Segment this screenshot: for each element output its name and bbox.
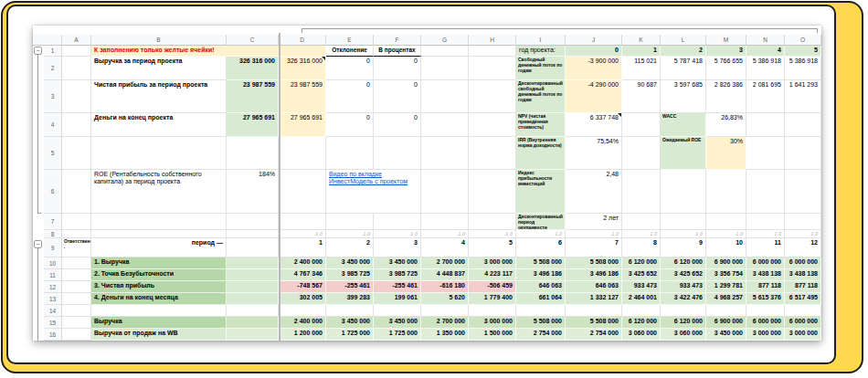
cell-C2[interactable]: 326 316 000: [227, 57, 279, 80]
cell-B9[interactable]: период —: [91, 238, 227, 257]
cell-J15[interactable]: 5 508 000: [566, 317, 622, 329]
cell-A13[interactable]: [62, 293, 91, 305]
cell-N8[interactable]: 1,0: [746, 230, 785, 238]
row-header-8[interactable]: 8: [44, 230, 62, 238]
cell-I16[interactable]: 2 754 000: [516, 329, 566, 341]
cell-L16[interactable]: 3 060 000: [661, 329, 706, 341]
cell-B14[interactable]: [91, 305, 227, 317]
cell-G3[interactable]: [421, 80, 469, 113]
cell-J4[interactable]: 6 337 748: [566, 113, 622, 137]
cell-H4[interactable]: [469, 113, 516, 137]
cell-M12[interactable]: 1 299 781: [706, 281, 746, 293]
cell-I15[interactable]: 5 508 000: [516, 317, 566, 329]
cell-K16[interactable]: 3 060 000: [622, 329, 661, 341]
cell-M4[interactable]: 26,83%: [706, 113, 746, 137]
cell-N16[interactable]: 3 000 000: [746, 329, 785, 341]
cell-F13[interactable]: 199 061: [374, 293, 421, 305]
cell-C15[interactable]: [227, 317, 279, 329]
cell-I8[interactable]: 1,0: [516, 230, 566, 238]
cell-C8[interactable]: [227, 230, 279, 238]
cell-H9[interactable]: 5: [469, 238, 516, 257]
cell-L10[interactable]: 6 120 000: [661, 257, 706, 269]
cell-L14[interactable]: [661, 305, 706, 317]
cell-I13[interactable]: 661 064: [516, 293, 566, 305]
cell-B1[interactable]: К заполнению только желтые ячейки!: [91, 46, 326, 57]
cell-H5[interactable]: [469, 137, 516, 170]
cell-E4[interactable]: 0: [326, 113, 374, 137]
cell-E2[interactable]: 0: [326, 57, 374, 80]
cell-E10[interactable]: 3 450 000: [326, 257, 374, 269]
cell-L15[interactable]: 6 120 000: [661, 317, 706, 329]
col-header-E[interactable]: E: [326, 35, 374, 46]
cell-M9[interactable]: 10: [706, 238, 746, 257]
cell-D11[interactable]: 4 767 346: [279, 269, 326, 281]
cell-D13[interactable]: 302 005: [279, 293, 326, 305]
cell-O1[interactable]: 5: [785, 46, 821, 57]
cell-M2[interactable]: 5 766 655: [706, 57, 746, 80]
row-header-16[interactable]: 16: [44, 329, 62, 341]
cell-G10[interactable]: 2 700 000: [421, 257, 469, 269]
cell-M14[interactable]: [706, 305, 746, 317]
cell-A14[interactable]: [62, 305, 91, 317]
cell-A15[interactable]: [62, 317, 91, 329]
row-header-14[interactable]: 14: [44, 305, 62, 317]
cell-N7[interactable]: [746, 214, 785, 230]
cell-O3[interactable]: 1 641 293: [785, 80, 821, 113]
cell-C16[interactable]: [227, 329, 279, 341]
cell-I4[interactable]: NPV (чистая приведённая стоимость): [516, 113, 566, 137]
cell-O5[interactable]: [785, 137, 821, 170]
cell-L13[interactable]: 3 422 476: [661, 293, 706, 305]
cell-J16[interactable]: 2 754 000: [566, 329, 622, 341]
cell-C13[interactable]: [227, 293, 279, 305]
cell-D15[interactable]: 2 400 000: [279, 317, 326, 329]
cell-L1[interactable]: 2: [661, 46, 706, 57]
cell-A11[interactable]: [62, 269, 91, 281]
cell-B10[interactable]: 1. Выручка: [91, 257, 227, 269]
col-header-A[interactable]: A: [62, 35, 91, 46]
cell-O7[interactable]: [785, 214, 821, 230]
col-header-D[interactable]: D: [279, 35, 326, 46]
cell-B15[interactable]: Выручка: [91, 317, 227, 329]
cell-M5[interactable]: 30%: [706, 137, 746, 170]
cell-I3[interactable]: Дисконтированный свободный денежный пото…: [516, 80, 566, 113]
cell-N1[interactable]: 4: [746, 46, 785, 57]
cell-J6[interactable]: 2,48: [566, 170, 622, 214]
row-header-7[interactable]: 7: [44, 214, 62, 230]
cell-N2[interactable]: 5 386 918: [746, 57, 785, 80]
cell-J8[interactable]: 1,0: [566, 230, 622, 238]
cell-A9[interactable]: Ответственный .: [62, 238, 91, 257]
cell-F11[interactable]: 3 985 725: [374, 269, 421, 281]
cell-H11[interactable]: 4 223 117: [469, 269, 516, 281]
col-header-F[interactable]: F: [374, 35, 421, 46]
cell-A16[interactable]: [62, 329, 91, 341]
cell-D5[interactable]: [279, 137, 326, 170]
select-all-corner[interactable]: [33, 35, 62, 46]
col-header-J[interactable]: J: [566, 35, 622, 46]
cell-N12[interactable]: 877 118: [746, 281, 785, 293]
cell-A12[interactable]: [62, 281, 91, 293]
cell-M16[interactable]: 3 450 000: [706, 329, 746, 341]
row-header-12[interactable]: 12: [44, 281, 62, 293]
cell-C6[interactable]: 184%: [227, 170, 279, 214]
cell-K10[interactable]: 6 120 000: [622, 257, 661, 269]
cell-C14[interactable]: [227, 305, 279, 317]
cell-B8[interactable]: [91, 230, 227, 238]
cell-A6[interactable]: [62, 170, 91, 214]
cell-F2[interactable]: 0: [374, 57, 421, 80]
cell-E11[interactable]: 3 985 725: [326, 269, 374, 281]
column-group-bracket[interactable]: [302, 28, 818, 33]
cell-J10[interactable]: 5 508 000: [566, 257, 622, 269]
cell-H7[interactable]: [469, 214, 516, 230]
cell-F12[interactable]: -255 461: [374, 281, 421, 293]
cell-K12[interactable]: 933 473: [622, 281, 661, 293]
cell-L6[interactable]: [661, 170, 706, 214]
cell-B11[interactable]: 2. Точка Безубыточности: [91, 269, 227, 281]
cell-E3[interactable]: 0: [326, 80, 374, 113]
cell-C11[interactable]: [227, 269, 279, 281]
cell-D4[interactable]: 27 965 691: [279, 113, 326, 137]
cell-M10[interactable]: 6 900 000: [706, 257, 746, 269]
cell-B16[interactable]: Выручка от продаж на WB: [91, 329, 227, 341]
cell-O6[interactable]: [785, 170, 821, 214]
cell-D16[interactable]: 1 200 000: [279, 329, 326, 341]
cell-F14[interactable]: [374, 305, 421, 317]
